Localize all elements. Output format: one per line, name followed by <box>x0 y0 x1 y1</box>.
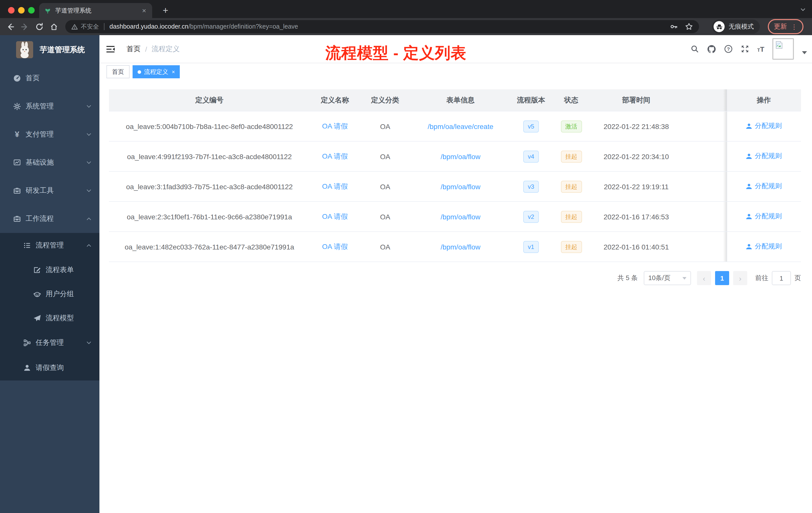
maximize-window-button[interactable] <box>28 7 35 13</box>
breadcrumb-home[interactable]: 首页 <box>126 44 141 54</box>
key-icon[interactable] <box>670 23 678 31</box>
assign-rule-button[interactable]: 分配规则 <box>746 242 782 251</box>
assign-rule-button[interactable]: 分配规则 <box>746 122 782 131</box>
sidebar-item-system[interactable]: 系统管理 <box>0 92 99 120</box>
current-page-button[interactable]: 1 <box>715 271 729 285</box>
url-path[interactable]: /bpm/manager/definition?key=oa_leave <box>188 23 298 30</box>
dashboard-icon <box>12 74 22 82</box>
forward-icon[interactable] <box>21 22 29 31</box>
sidebar-item-workflow[interactable]: 工作流程 <box>0 205 99 233</box>
minimize-window-button[interactable] <box>18 7 25 13</box>
favicon-sprout-icon <box>44 7 51 14</box>
user-menu-caret-icon[interactable] <box>802 51 807 54</box>
browser-menu-icon[interactable]: ⋮ <box>791 23 798 30</box>
definition-category: OA <box>360 111 410 141</box>
form-edit-icon <box>33 266 42 274</box>
monitor-icon <box>12 159 22 167</box>
new-tab-button[interactable]: + <box>160 4 171 17</box>
page-content: 定义编号 定义名称 定义分类 表单信息 流程版本 状态 部署时间 操作 oa_l… <box>99 80 812 513</box>
close-window-button[interactable] <box>8 7 14 13</box>
status-badge: 挂起 <box>561 211 582 222</box>
update-button[interactable]: 更新 ⋮ <box>768 19 804 34</box>
definition-table: 定义编号 定义名称 定义分类 表单信息 流程版本 状态 部署时间 操作 oa_l… <box>109 89 801 262</box>
bookmark-star-icon[interactable] <box>685 23 693 31</box>
sidebar-item-user-group[interactable]: 用户分组 <box>0 282 99 306</box>
sidebar-logo[interactable]: 芋道管理系统 <box>0 35 99 64</box>
sidebar-item-home[interactable]: 首页 <box>0 64 99 92</box>
status-badge: 挂起 <box>561 241 582 253</box>
definition-name-link[interactable]: OA 请假 <box>322 242 348 250</box>
browser-toolbar: 不安全 dashboard.yudao.iocoder.cn/bpm/manag… <box>0 18 812 35</box>
github-icon[interactable] <box>707 44 716 54</box>
reload-icon[interactable] <box>35 22 44 31</box>
chevron-down-icon <box>683 277 687 279</box>
definition-id: oa_leave:2:3c1f0ef1-76b1-11ec-9c66-a2380… <box>109 202 310 232</box>
font-size-icon[interactable]: TT <box>757 46 764 53</box>
definition-name-link[interactable]: OA 请假 <box>322 122 348 130</box>
pagination: 共 5 条 10条/页 ‹ 1 › 前往 页 <box>617 271 801 285</box>
sidebar-item-process-management[interactable]: 流程管理 <box>0 233 99 258</box>
sidebar-item-devtools[interactable]: 研发工具 <box>0 177 99 205</box>
search-icon[interactable] <box>691 45 699 53</box>
tab-close-icon[interactable]: × <box>141 7 147 14</box>
help-icon[interactable]: ? <box>724 45 733 53</box>
assign-rule-button[interactable]: 分配规则 <box>746 212 782 221</box>
definition-name-link[interactable]: OA 请假 <box>322 182 348 190</box>
tag-close-icon[interactable]: × <box>172 69 175 74</box>
definition-name-link[interactable]: OA 请假 <box>322 152 348 160</box>
chevron-down-icon <box>86 340 92 346</box>
form-link[interactable]: /bpm/oa/flow <box>441 152 481 160</box>
definition-category: OA <box>360 172 410 202</box>
tags-view-bar: 首页 流程定义 × <box>99 63 812 81</box>
form-link[interactable]: /bpm/oa/flow <box>441 182 481 190</box>
status-badge: 挂起 <box>561 180 582 192</box>
form-link[interactable]: /bpm/oa/flow <box>441 243 481 251</box>
breadcrumb-current: 流程定义 <box>152 44 180 54</box>
home-icon[interactable] <box>50 22 58 31</box>
assign-rule-button[interactable]: 分配规则 <box>746 152 782 161</box>
sidebar-item-infrastructure[interactable]: 基础设施 <box>0 149 99 177</box>
tag-home[interactable]: 首页 <box>107 65 129 78</box>
sidebar-item-leave-query[interactable]: 请假查询 <box>0 355 99 381</box>
not-secure-warning-icon[interactable] <box>71 23 78 30</box>
sidebar-item-payment[interactable]: ¥ 支付管理 <box>0 120 99 149</box>
col-spacer <box>682 89 727 111</box>
tab-strip: 芋道管理系统 × + <box>0 0 812 18</box>
hamburger-icon[interactable] <box>107 45 116 53</box>
tab-search-chevron-icon[interactable] <box>800 6 806 12</box>
form-link[interactable]: /bpm/oa/flow <box>441 213 481 221</box>
url-domain[interactable]: dashboard.yudao.iocoder.cn <box>110 23 188 30</box>
definition-id: oa_leave:1:482ec033-762a-11ec-8477-a2380… <box>109 232 310 262</box>
incognito-label: 无痕模式 <box>729 22 754 31</box>
definition-name-link[interactable]: OA 请假 <box>322 212 348 220</box>
sidebar-item-label: 首页 <box>26 74 40 83</box>
security-label[interactable]: 不安全 <box>81 22 99 31</box>
definition-id: oa_leave:4:991f2193-7b7f-11ec-a3c8-acde4… <box>109 141 310 172</box>
sidebar-item-label: 流程管理 <box>36 241 64 250</box>
sidebar-item-process-form[interactable]: 流程表单 <box>0 258 99 282</box>
page-size-select[interactable]: 10条/页 <box>644 271 691 285</box>
prev-page-button[interactable]: ‹ <box>697 271 711 285</box>
sidebar-item-process-model[interactable]: 流程模型 <box>0 306 99 330</box>
assign-rule-button[interactable]: 分配规则 <box>746 182 782 191</box>
sidebar-item-task-management[interactable]: 任务管理 <box>0 330 99 355</box>
col-definition-id: 定义编号 <box>109 89 310 111</box>
user-avatar[interactable] <box>772 38 794 60</box>
sidebar-item-label: 请假查询 <box>36 363 64 372</box>
definition-category: OA <box>360 232 410 262</box>
back-icon[interactable] <box>6 22 14 31</box>
table-row: oa_leave:3:1fad3d93-7b75-11ec-a3c8-acde4… <box>109 172 801 202</box>
breadcrumb: 首页 / 流程定义 <box>126 44 180 54</box>
sidebar-item-label: 用户分组 <box>46 290 74 299</box>
tag-process-definition[interactable]: 流程定义 × <box>133 65 180 78</box>
next-page-button[interactable]: › <box>733 271 747 285</box>
address-bar[interactable]: 不安全 dashboard.yudao.iocoder.cn/bpm/manag… <box>65 20 699 33</box>
user-icon <box>746 153 752 160</box>
goto-page-input[interactable] <box>772 271 791 285</box>
deploy-time: 2022-01-22 21:48:38 <box>591 111 682 141</box>
fullscreen-icon[interactable] <box>741 45 749 53</box>
browser-tab[interactable]: 芋道管理系统 × <box>39 3 152 18</box>
form-link[interactable]: /bpm/oa/leave/create <box>428 122 493 130</box>
goto-label: 前往 <box>755 274 768 282</box>
workflow-submenu: 流程管理 流程表单 用户分组 流程模型 <box>0 233 99 381</box>
